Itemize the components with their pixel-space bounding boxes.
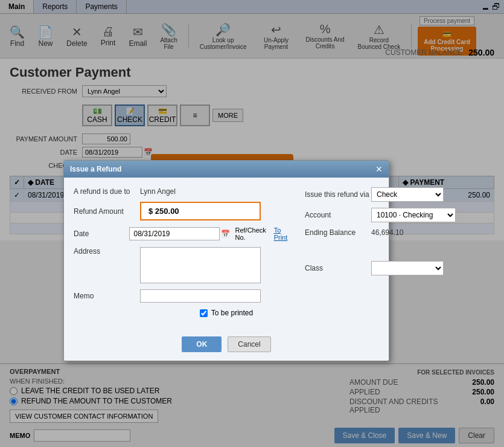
dialog-calendar-icon[interactable]: 📅 bbox=[221, 230, 230, 238]
issue-via-select[interactable]: Check bbox=[371, 187, 444, 202]
dialog-title-bar: Issue a Refund ✕ bbox=[64, 161, 389, 178]
dialog-date-row: Date 📅 Ref/Check No. To Print bbox=[74, 227, 293, 241]
dialog-right-col: Issue this refund via Check Account 1010… bbox=[305, 187, 456, 309]
to-print-link[interactable]: To Print bbox=[274, 227, 293, 241]
dialog-title: Issue a Refund bbox=[70, 165, 121, 173]
dialog-close-button[interactable]: ✕ bbox=[375, 164, 383, 174]
ok-button[interactable]: OK bbox=[182, 336, 222, 352]
refund-dialog: Issue a Refund ✕ A refund is due to Lynn… bbox=[63, 160, 389, 361]
refund-due-row: A refund is due to Lynn Angel bbox=[74, 187, 293, 196]
dialog-footer: OK Cancel bbox=[64, 330, 389, 361]
refund-amount-box bbox=[140, 202, 261, 220]
refund-amount-label: Refund Amount bbox=[74, 207, 140, 216]
dialog-date-label: Date bbox=[74, 230, 129, 238]
ref-check-label: Ref/Check No. bbox=[235, 227, 271, 241]
account-row: Account 10100 · Checking bbox=[305, 208, 456, 222]
ending-balance-row: Ending Balance 46,694.10 bbox=[305, 228, 456, 237]
issue-via-label: Issue this refund via bbox=[305, 190, 371, 199]
address-row: Address bbox=[74, 247, 293, 283]
refund-amount-row: Refund Amount bbox=[74, 202, 293, 220]
address-label: Address bbox=[74, 247, 140, 256]
account-label: Account bbox=[305, 211, 371, 219]
refund-due-value: Lynn Angel bbox=[140, 187, 176, 196]
ending-balance-value: 46,694.10 bbox=[371, 228, 403, 237]
ending-balance-label: Ending Balance bbox=[305, 228, 371, 237]
dialog-body: A refund is due to Lynn Angel Refund Amo… bbox=[64, 178, 389, 330]
refund-amount-input[interactable] bbox=[146, 205, 255, 217]
memo-input[interactable] bbox=[140, 289, 261, 303]
refund-due-label: A refund is due to bbox=[74, 187, 140, 196]
address-input[interactable] bbox=[140, 247, 261, 283]
cancel-button[interactable]: Cancel bbox=[228, 336, 270, 352]
to-be-printed-row: To be printed bbox=[74, 309, 379, 317]
account-select[interactable]: 10100 · Checking bbox=[371, 208, 456, 222]
to-be-printed-label: To be printed bbox=[211, 309, 253, 317]
memo-row: Memo bbox=[74, 289, 293, 303]
class-row: Class bbox=[305, 261, 456, 275]
memo-label: Memo bbox=[74, 292, 140, 300]
class-select[interactable] bbox=[371, 261, 444, 275]
issue-via-row: Issue this refund via Check bbox=[305, 187, 456, 202]
dialog-left-col: A refund is due to Lynn Angel Refund Amo… bbox=[74, 187, 293, 309]
to-be-printed-checkbox[interactable] bbox=[200, 309, 208, 317]
dialog-date-input[interactable] bbox=[129, 227, 220, 240]
class-label: Class bbox=[305, 264, 371, 272]
